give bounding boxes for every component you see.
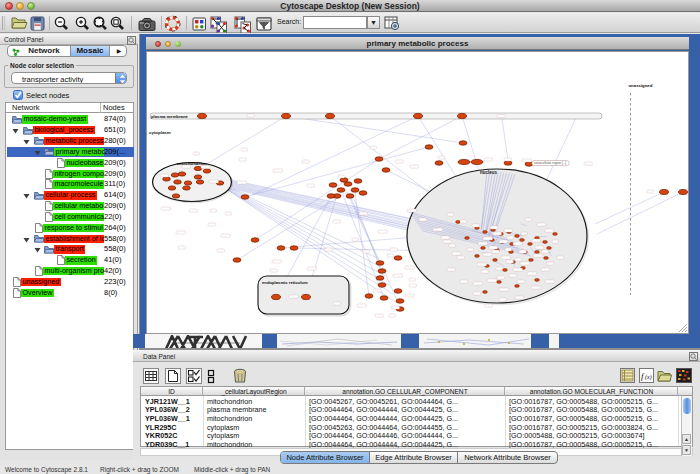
svg-text:unassigned: unassigned (629, 83, 653, 88)
svg-text:extracellular region [...]: extracellular region [...] (534, 161, 566, 165)
svg-text:cytoplasm: cytoplasm (149, 130, 171, 135)
svg-text:plasma membrane: plasma membrane (151, 114, 188, 119)
svg-text:(x): (x) (645, 374, 652, 381)
svg-text:mitochondrion: mitochondrion (177, 161, 207, 166)
svg-text:endoplasmic reticulum: endoplasmic reticulum (262, 280, 308, 285)
